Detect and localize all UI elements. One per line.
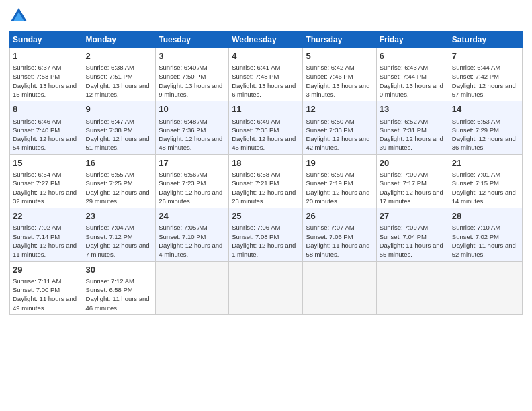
calendar-week-row: 22Sunrise: 7:02 AMSunset: 7:14 PMDayligh… [10,208,523,261]
calendar-cell [449,261,522,314]
calendar-week-row: 15Sunrise: 6:54 AMSunset: 7:27 PMDayligh… [10,154,523,208]
day-number: 22 [13,210,80,222]
calendar-week-row: 1Sunrise: 6:37 AMSunset: 7:53 PMDaylight… [10,48,523,101]
page-container: SundayMondayTuesdayWednesdayThursdayFrid… [0,0,532,322]
logo-icon [9,7,28,26]
calendar-cell: 13Sunrise: 6:52 AMSunset: 7:31 PMDayligh… [376,101,449,154]
day-info: Sunrise: 6:40 AMSunset: 7:50 PMDaylight:… [159,63,226,99]
calendar-cell: 23Sunrise: 7:04 AMSunset: 7:12 PMDayligh… [83,208,156,261]
day-info: Sunrise: 6:52 AMSunset: 7:31 PMDaylight:… [380,117,446,152]
day-number: 3 [159,50,226,62]
day-number: 17 [159,157,226,169]
day-number: 24 [159,210,226,222]
calendar-cell: 3Sunrise: 6:40 AMSunset: 7:50 PMDaylight… [156,48,229,101]
column-header-sunday: Sunday [10,32,83,48]
logo [9,7,31,26]
day-info: Sunrise: 7:07 AMSunset: 7:06 PMDaylight:… [306,223,373,259]
day-info: Sunrise: 6:48 AMSunset: 7:36 PMDaylight:… [159,117,226,152]
day-number: 12 [306,103,373,116]
day-number: 28 [452,210,519,222]
calendar-cell: 6Sunrise: 6:43 AMSunset: 7:44 PMDaylight… [376,48,449,101]
calendar-cell: 30Sunrise: 7:12 AMSunset: 6:58 PMDayligh… [83,261,156,314]
calendar-cell: 22Sunrise: 7:02 AMSunset: 7:14 PMDayligh… [10,208,83,261]
calendar-header-row: SundayMondayTuesdayWednesdayThursdayFrid… [10,32,523,48]
day-info: Sunrise: 6:43 AMSunset: 7:44 PMDaylight:… [380,63,446,99]
column-header-thursday: Thursday [303,32,376,48]
day-info: Sunrise: 7:04 AMSunset: 7:12 PMDaylight:… [86,223,153,259]
column-header-tuesday: Tuesday [156,32,229,48]
calendar-cell: 10Sunrise: 6:48 AMSunset: 7:36 PMDayligh… [156,101,229,154]
day-number: 25 [232,210,300,222]
column-header-wednesday: Wednesday [229,32,303,48]
day-number: 10 [159,103,226,116]
calendar-body: 1Sunrise: 6:37 AMSunset: 7:53 PMDaylight… [10,48,523,315]
day-number: 6 [380,50,446,62]
calendar-cell: 24Sunrise: 7:05 AMSunset: 7:10 PMDayligh… [156,208,229,261]
day-info: Sunrise: 6:56 AMSunset: 7:23 PMDaylight:… [159,170,226,205]
day-number: 19 [306,157,373,169]
day-number: 8 [13,103,80,116]
calendar-week-row: 8Sunrise: 6:46 AMSunset: 7:40 PMDaylight… [10,101,523,154]
calendar-cell: 5Sunrise: 6:42 AMSunset: 7:46 PMDaylight… [303,48,376,101]
calendar-cell: 25Sunrise: 7:06 AMSunset: 7:08 PMDayligh… [229,208,303,261]
day-number: 14 [452,103,519,116]
calendar-cell: 11Sunrise: 6:49 AMSunset: 7:35 PMDayligh… [229,101,303,154]
calendar-cell [303,261,376,314]
column-header-monday: Monday [83,32,156,48]
day-number: 5 [306,50,373,62]
day-number: 4 [232,50,300,62]
calendar-cell: 28Sunrise: 7:10 AMSunset: 7:02 PMDayligh… [449,208,522,261]
calendar-cell: 4Sunrise: 6:41 AMSunset: 7:48 PMDaylight… [229,48,303,101]
calendar-cell: 26Sunrise: 7:07 AMSunset: 7:06 PMDayligh… [303,208,376,261]
calendar-cell: 15Sunrise: 6:54 AMSunset: 7:27 PMDayligh… [10,154,83,208]
day-info: Sunrise: 6:59 AMSunset: 7:19 PMDaylight:… [306,170,373,205]
day-number: 13 [380,103,446,116]
day-info: Sunrise: 7:11 AMSunset: 7:00 PMDaylight:… [13,277,80,312]
calendar-cell: 17Sunrise: 6:56 AMSunset: 7:23 PMDayligh… [156,154,229,208]
calendar-cell: 8Sunrise: 6:46 AMSunset: 7:40 PMDaylight… [10,101,83,154]
day-number: 18 [232,157,300,169]
calendar-cell: 20Sunrise: 7:00 AMSunset: 7:17 PMDayligh… [376,154,449,208]
day-number: 1 [13,50,80,62]
calendar-cell [156,261,229,314]
calendar-cell [376,261,449,314]
page-header [9,7,523,26]
day-info: Sunrise: 6:47 AMSunset: 7:38 PMDaylight:… [86,117,153,152]
calendar-cell: 2Sunrise: 6:38 AMSunset: 7:51 PMDaylight… [83,48,156,101]
day-number: 9 [86,103,153,116]
day-number: 15 [13,157,80,169]
column-header-saturday: Saturday [449,32,522,48]
day-info: Sunrise: 6:58 AMSunset: 7:21 PMDaylight:… [232,170,300,205]
day-info: Sunrise: 7:00 AMSunset: 7:17 PMDaylight:… [380,170,446,205]
day-info: Sunrise: 6:44 AMSunset: 7:42 PMDaylight:… [452,63,519,99]
day-number: 26 [306,210,373,222]
calendar-cell: 9Sunrise: 6:47 AMSunset: 7:38 PMDaylight… [83,101,156,154]
day-info: Sunrise: 6:37 AMSunset: 7:53 PMDaylight:… [13,63,80,99]
calendar-cell: 27Sunrise: 7:09 AMSunset: 7:04 PMDayligh… [376,208,449,261]
day-number: 20 [380,157,446,169]
day-number: 30 [86,264,153,276]
day-number: 29 [13,264,80,276]
calendar-cell: 12Sunrise: 6:50 AMSunset: 7:33 PMDayligh… [303,101,376,154]
calendar-cell: 1Sunrise: 6:37 AMSunset: 7:53 PMDaylight… [10,48,83,101]
day-info: Sunrise: 7:05 AMSunset: 7:10 PMDaylight:… [159,223,226,259]
calendar-cell: 14Sunrise: 6:53 AMSunset: 7:29 PMDayligh… [449,101,522,154]
day-number: 21 [452,157,519,169]
day-number: 27 [380,210,446,222]
day-info: Sunrise: 7:01 AMSunset: 7:15 PMDaylight:… [452,170,519,205]
day-number: 16 [86,157,153,169]
day-info: Sunrise: 6:38 AMSunset: 7:51 PMDaylight:… [86,63,153,99]
calendar-cell: 29Sunrise: 7:11 AMSunset: 7:00 PMDayligh… [10,261,83,314]
day-info: Sunrise: 7:06 AMSunset: 7:08 PMDaylight:… [232,223,300,259]
day-number: 23 [86,210,153,222]
day-number: 7 [452,50,519,62]
calendar-week-row: 29Sunrise: 7:11 AMSunset: 7:00 PMDayligh… [10,261,523,314]
day-info: Sunrise: 7:10 AMSunset: 7:02 PMDaylight:… [452,223,519,259]
calendar-cell: 16Sunrise: 6:55 AMSunset: 7:25 PMDayligh… [83,154,156,208]
day-info: Sunrise: 6:54 AMSunset: 7:27 PMDaylight:… [13,170,80,205]
calendar-cell [229,261,303,314]
day-info: Sunrise: 6:50 AMSunset: 7:33 PMDaylight:… [306,117,373,152]
day-info: Sunrise: 6:41 AMSunset: 7:48 PMDaylight:… [232,63,300,99]
day-info: Sunrise: 7:02 AMSunset: 7:14 PMDaylight:… [13,223,80,259]
day-info: Sunrise: 7:09 AMSunset: 7:04 PMDaylight:… [380,223,446,259]
